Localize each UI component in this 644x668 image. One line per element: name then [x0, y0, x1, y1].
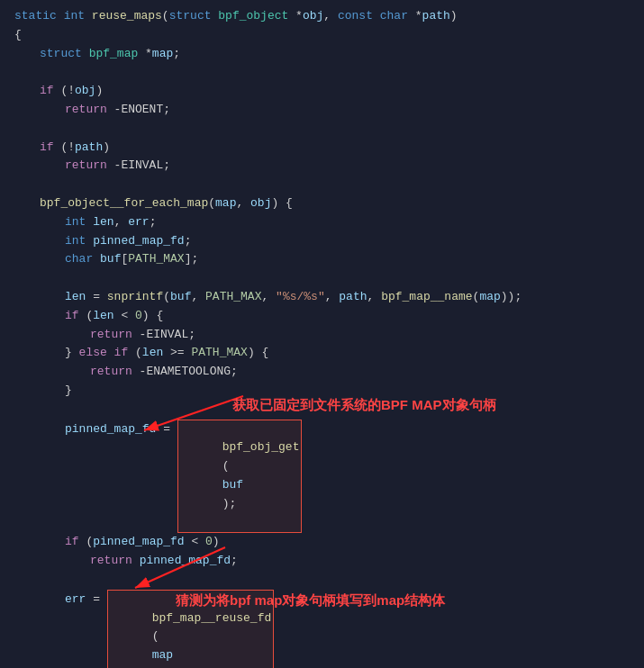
var-obj: obj — [303, 7, 323, 26]
code-line-12: int len , err ; — [0, 213, 644, 232]
annotation-text-1: 获取已固定到文件系统的BPF MAP对象句柄 — [232, 394, 496, 416]
code-line-17: if ( len < 0 ) { — [0, 307, 644, 326]
code-line-20: return -ENAMETOOLONG; — [0, 363, 644, 382]
keyword-struct-1: struct — [169, 7, 212, 26]
code-line-14: char buf [ PATH_MAX ]; — [0, 250, 644, 269]
code-line-1: static int reuse_maps ( struct bpf_objec… — [0, 7, 644, 26]
var-path: path — [422, 7, 450, 26]
code-line-23: pinned_map_fd = bpf_obj_get ( buf ); — [0, 420, 644, 534]
code-line-19: } else if ( len >= PATH_MAX ) { — [0, 344, 644, 363]
keyword-char-1: char — [380, 7, 408, 26]
code-container: static int reuse_maps ( struct bpf_objec… — [0, 0, 644, 668]
code-line-25: return pinned_map_fd ; — [0, 552, 644, 571]
code-line-2: { — [0, 26, 644, 45]
code-line-6: return -ENOENT; — [0, 101, 644, 120]
code-line-3: struct bpf_map * map ; — [0, 45, 644, 64]
code-line-24: if ( pinned_map_fd < 0 ) — [0, 533, 644, 552]
annotation-text-2: 猜测为将bpf map对象句柄填写到map结构体 — [176, 590, 445, 611]
code-line-8: if (! path ) — [0, 139, 644, 158]
code-line-blank-1 — [0, 63, 644, 82]
keyword-static: static — [14, 7, 57, 26]
code-line-9: return -EINVAL; — [0, 157, 644, 176]
code-line-18: return -EINVAL; — [0, 326, 644, 345]
code-line-16: len = snprintf ( buf , PATH_MAX , "%s/%s… — [0, 288, 644, 307]
code-line-blank-4 — [0, 269, 644, 288]
highlight-box-1: bpf_obj_get ( buf ); — [177, 420, 303, 534]
fn-reuse-maps: reuse_maps — [92, 7, 162, 26]
code-line-blank-3 — [0, 176, 644, 194]
code-line-5: if (! obj ) — [0, 82, 644, 101]
code-line-13: int pinned_map_fd ; — [0, 232, 644, 251]
type-bpf-object: bpf_object — [218, 7, 288, 26]
code-line-11: bpf_object__for_each_map ( map , obj ) { — [0, 194, 644, 213]
keyword-const: const — [338, 7, 373, 26]
code-line-blank-6 — [0, 571, 644, 590]
code-line-blank-2 — [0, 120, 644, 139]
keyword-int: int — [64, 7, 85, 26]
